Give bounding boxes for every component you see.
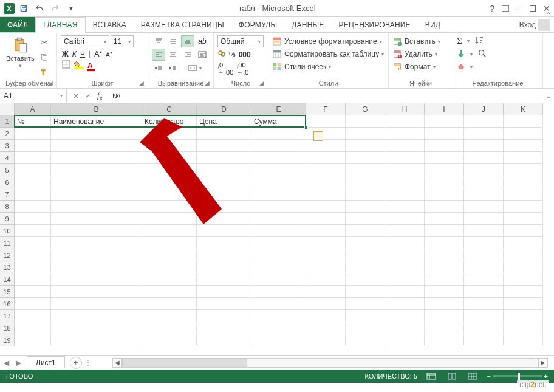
cell-K7[interactable] (504, 188, 543, 201)
cut-icon[interactable]: ✂ (38, 36, 50, 49)
page-break-view-icon[interactable] (466, 371, 479, 382)
copy-icon[interactable] (38, 51, 50, 63)
row-header-11[interactable]: 11 (0, 237, 15, 249)
cell-G3[interactable] (346, 140, 385, 152)
name-box[interactable]: A1▾ (0, 89, 67, 103)
cell-G14[interactable] (346, 273, 385, 286)
align-right-icon[interactable] (181, 49, 194, 61)
select-all-corner[interactable] (0, 103, 15, 115)
row-header-15[interactable]: 15 (0, 286, 15, 298)
cell-H5[interactable] (385, 164, 425, 176)
row-header-13[interactable]: 13 (0, 261, 15, 273)
cell-F18[interactable] (306, 322, 346, 334)
cell-E7[interactable] (251, 188, 306, 201)
cell-B14[interactable] (51, 273, 142, 286)
cell-F16[interactable] (306, 298, 346, 310)
cell-A19[interactable] (15, 334, 51, 346)
cell-G1[interactable] (346, 115, 385, 128)
cell-I1[interactable] (425, 115, 464, 128)
format-painter-icon[interactable] (38, 66, 50, 78)
increase-font-icon[interactable]: A▴ (94, 49, 102, 58)
cell-A1[interactable]: № (15, 115, 51, 128)
cell-G10[interactable] (346, 225, 385, 237)
cell-A16[interactable] (15, 298, 51, 310)
row-headers[interactable]: 12345678910111213141516171819 (0, 115, 15, 346)
worksheet-grid[interactable]: ABCDEFGHIJK 1234567891011121314151617181… (0, 103, 554, 355)
cell-F7[interactable] (306, 188, 346, 201)
format-as-table-button[interactable]: Форматировать как таблицу▾ (272, 48, 384, 60)
cell-D18[interactable] (197, 322, 251, 334)
cell-C4[interactable] (142, 152, 197, 164)
cell-F9[interactable] (306, 213, 346, 225)
formula-input[interactable]: № (109, 92, 543, 100)
cell-G9[interactable] (346, 213, 385, 225)
cell-I13[interactable] (425, 261, 464, 273)
increase-decimal-icon[interactable]: ,0→,00 (217, 61, 233, 76)
cell-A12[interactable] (15, 249, 51, 261)
font-color-icon[interactable]: A (87, 61, 93, 70)
cell-E10[interactable] (251, 225, 306, 237)
redo-icon[interactable] (49, 2, 62, 15)
excel-app-icon[interactable]: X (4, 3, 15, 14)
paste-button[interactable]: Вставить ▼ (4, 35, 37, 70)
cell-K18[interactable] (504, 322, 543, 334)
enter-formula-icon[interactable]: ✓ (85, 92, 91, 100)
col-header-K[interactable]: K (504, 103, 543, 115)
cell-G5[interactable] (346, 164, 385, 176)
row-header-3[interactable]: 3 (0, 140, 15, 152)
tab-page-layout[interactable]: РАЗМЕТКА СТРАНИЦЫ (134, 17, 231, 32)
row-header-6[interactable]: 6 (0, 176, 15, 188)
cell-G15[interactable] (346, 286, 385, 298)
undo-icon[interactable] (33, 2, 46, 15)
new-sheet-icon[interactable]: + (70, 357, 82, 369)
sheet-nav-prev-icon[interactable]: ◀ (0, 359, 12, 367)
fill-color-icon[interactable] (74, 60, 84, 70)
cell-C18[interactable] (142, 322, 197, 334)
save-icon[interactable] (17, 2, 30, 15)
cell-H17[interactable] (385, 310, 425, 322)
cell-G16[interactable] (346, 298, 385, 310)
cell-K5[interactable] (504, 164, 543, 176)
cell-H7[interactable] (385, 188, 425, 201)
cell-C14[interactable] (142, 273, 197, 286)
clear-icon[interactable] (457, 62, 465, 72)
cell-C10[interactable] (142, 225, 197, 237)
cell-A10[interactable] (15, 225, 51, 237)
cell-J10[interactable] (464, 225, 504, 237)
cell-H6[interactable] (385, 176, 425, 188)
col-header-A[interactable]: A (15, 103, 51, 115)
italic-button[interactable]: К (72, 50, 77, 58)
cell-J11[interactable] (464, 237, 504, 249)
col-header-E[interactable]: E (251, 103, 306, 115)
cell-D4[interactable] (197, 152, 251, 164)
cell-E19[interactable] (251, 334, 306, 346)
cell-E12[interactable] (251, 249, 306, 261)
underline-button[interactable]: Ч (80, 50, 85, 58)
cell-B5[interactable] (51, 164, 142, 176)
align-middle-icon[interactable] (166, 35, 180, 47)
cell-B12[interactable] (51, 249, 142, 261)
cell-J15[interactable] (464, 286, 504, 298)
cell-I15[interactable] (425, 286, 464, 298)
cell-I9[interactable] (425, 213, 464, 225)
row-header-10[interactable]: 10 (0, 225, 15, 237)
cell-H15[interactable] (385, 286, 425, 298)
cell-K10[interactable] (504, 225, 543, 237)
cell-K9[interactable] (504, 213, 543, 225)
cell-A5[interactable] (15, 164, 51, 176)
cell-G19[interactable] (346, 334, 385, 346)
cell-D15[interactable] (197, 286, 251, 298)
cell-E17[interactable] (251, 310, 306, 322)
row-header-12[interactable]: 12 (0, 249, 15, 261)
cell-F17[interactable] (306, 310, 346, 322)
cell-H9[interactable] (385, 213, 425, 225)
cell-K16[interactable] (504, 298, 543, 310)
cell-E11[interactable] (251, 237, 306, 249)
cell-G13[interactable] (346, 261, 385, 273)
cell-E13[interactable] (251, 261, 306, 273)
cell-D17[interactable] (197, 310, 251, 322)
cell-K19[interactable] (504, 334, 543, 346)
increase-indent-icon[interactable] (166, 62, 180, 74)
col-header-H[interactable]: H (385, 103, 425, 115)
cell-F12[interactable] (306, 249, 346, 261)
